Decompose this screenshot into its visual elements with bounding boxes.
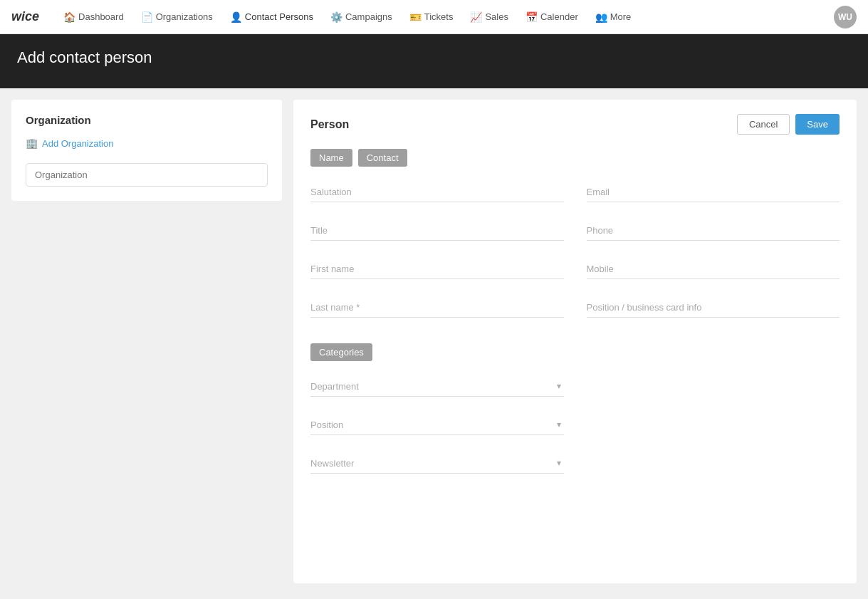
last-name-field xyxy=(310,299,564,318)
phone-field xyxy=(587,222,840,241)
section-tabs: Name Contact xyxy=(310,149,840,167)
nav-label-sales: Sales xyxy=(485,11,508,22)
first-name-input[interactable] xyxy=(310,261,564,279)
nav-item-more[interactable]: 👥 More xyxy=(588,7,639,27)
position-biz-input[interactable] xyxy=(587,299,840,318)
department-select-wrapper: Department xyxy=(310,378,564,397)
name-tab[interactable]: Name xyxy=(310,149,352,167)
form-title: Person xyxy=(310,118,349,131)
campaigns-icon: ⚙️ xyxy=(330,11,343,23)
title-field xyxy=(310,222,564,241)
sales-icon: 📈 xyxy=(470,11,482,23)
save-button[interactable]: Save xyxy=(795,114,840,135)
phone-input[interactable] xyxy=(587,222,840,241)
nav-label-organizations: Organizations xyxy=(156,11,213,22)
more-icon: 👥 xyxy=(595,11,607,23)
person-form: Person Cancel Save Name Contact xyxy=(293,100,857,583)
nav-label-tickets: Tickets xyxy=(424,11,454,22)
mobile-field xyxy=(587,261,840,279)
user-avatar[interactable]: WU xyxy=(834,6,857,28)
last-name-input[interactable] xyxy=(310,299,564,318)
org-sidebar-title: Organization xyxy=(26,114,268,126)
nav-item-contact-persons[interactable]: 👤 Contact Persons xyxy=(223,7,320,27)
salutation-field xyxy=(310,184,564,202)
nav-items: 🏠 Dashboard 📄 Organizations 👤 Contact Pe… xyxy=(56,7,834,27)
nav-item-tickets[interactable]: 🎫 Tickets xyxy=(402,7,461,27)
org-building-icon: 🏢 xyxy=(26,137,38,149)
nav-label-calendar: Calender xyxy=(540,11,578,22)
nav-item-calendar[interactable]: 📅 Calender xyxy=(518,7,585,27)
categories-grid: Department Position xyxy=(310,378,840,494)
categories-tab[interactable]: Categories xyxy=(310,343,372,361)
newsletter-select-wrapper: Newsletter xyxy=(310,455,564,474)
email-input[interactable] xyxy=(587,184,840,202)
contact-tab[interactable]: Contact xyxy=(358,149,407,167)
department-field: Department xyxy=(310,378,564,397)
calendar-icon: 📅 xyxy=(525,11,538,23)
mobile-input[interactable] xyxy=(587,261,840,279)
department-select[interactable]: Department xyxy=(310,378,564,397)
position-biz-field xyxy=(587,299,840,318)
form-header: Person Cancel Save xyxy=(310,114,840,135)
nav-item-campaigns[interactable]: ⚙️ Campaigns xyxy=(323,7,399,27)
add-org-label: Add Organization xyxy=(42,138,113,149)
nav-item-sales[interactable]: 📈 Sales xyxy=(463,7,516,27)
position-field: Position xyxy=(310,417,564,435)
tickets-icon: 🎫 xyxy=(409,11,422,23)
position-select[interactable]: Position xyxy=(310,417,564,435)
form-grid xyxy=(310,184,840,338)
title-input[interactable] xyxy=(310,222,564,241)
newsletter-field: Newsletter xyxy=(310,455,564,474)
position-select-wrapper: Position xyxy=(310,417,564,435)
form-actions: Cancel Save xyxy=(737,114,840,135)
nav-label-more: More xyxy=(610,11,632,22)
email-field xyxy=(587,184,840,202)
categories-header: Categories xyxy=(310,343,840,361)
organization-sidebar: Organization 🏢 Add Organization xyxy=(11,100,282,201)
nav-label-contact-persons: Contact Persons xyxy=(245,11,313,22)
main-layout: Organization 🏢 Add Organization Person C… xyxy=(0,88,868,595)
organizations-icon: 📄 xyxy=(141,11,153,23)
cancel-button[interactable]: Cancel xyxy=(737,114,790,135)
empty-field-right xyxy=(587,378,840,397)
organization-input[interactable] xyxy=(26,163,268,187)
dashboard-icon: 🏠 xyxy=(63,11,75,23)
page-title: Add contact person xyxy=(17,48,851,67)
first-name-field xyxy=(310,261,564,279)
nav-item-dashboard[interactable]: 🏠 Dashboard xyxy=(56,7,131,27)
nav-item-organizations[interactable]: 📄 Organizations xyxy=(134,7,220,27)
categories-section: Categories Department Position xyxy=(310,343,840,494)
page-header: Add contact person xyxy=(0,34,868,88)
salutation-input[interactable] xyxy=(310,184,564,202)
brand-logo[interactable]: wice xyxy=(11,9,39,24)
add-organization-link[interactable]: 🏢 Add Organization xyxy=(26,137,268,149)
nav-label-dashboard: Dashboard xyxy=(78,11,124,22)
contact-persons-icon: 👤 xyxy=(230,11,242,23)
empty-field-right2 xyxy=(587,417,840,435)
nav-label-campaigns: Campaigns xyxy=(345,11,392,22)
navbar: wice 🏠 Dashboard 📄 Organizations 👤 Conta… xyxy=(0,0,868,34)
newsletter-select[interactable]: Newsletter xyxy=(310,455,564,474)
